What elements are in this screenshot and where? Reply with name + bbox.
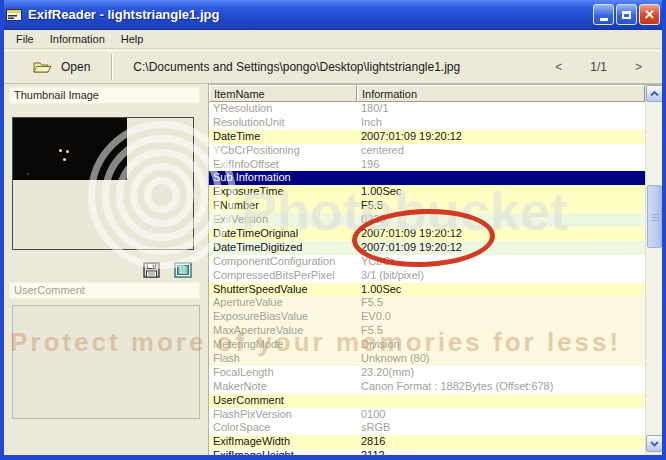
table-row[interactable]: ColorSpace sRGB	[209, 421, 645, 435]
item-name: Sub Information	[209, 171, 357, 185]
minimize-button[interactable]	[593, 4, 614, 25]
item-value: F5.5	[357, 199, 645, 213]
table-row[interactable]: ExifVersion 0220	[209, 213, 645, 227]
title-bar: ExifReader - lightstriangle1.jpg ✕	[0, 0, 666, 30]
header-information[interactable]: Information	[357, 85, 645, 102]
table-row[interactable]: DateTimeDigitized 2007:01:09 19:20:12	[209, 241, 645, 255]
table-row[interactable]: DateTime 2007:01:09 19:20:12	[209, 130, 645, 144]
item-value	[357, 394, 645, 408]
star-dot	[27, 173, 29, 175]
star-dot	[59, 149, 62, 152]
table-row[interactable]: ExifImageWidth 2816	[209, 435, 645, 449]
item-name: FocalLength	[209, 366, 357, 380]
table-row[interactable]: ExposureTime 1.00Sec	[209, 185, 645, 199]
item-name: FNumber	[209, 199, 357, 213]
item-value	[357, 171, 645, 185]
prev-image-button[interactable]: <	[551, 59, 566, 75]
item-name: FlashPixVersion	[209, 408, 357, 422]
table-row[interactable]: FNumber F5.5	[209, 199, 645, 213]
content-area: Thumbnail Image	[4, 84, 662, 455]
item-name: ExifImageWidth	[209, 435, 357, 449]
item-value: F5.5	[357, 296, 645, 310]
item-name: ShutterSpeedValue	[209, 283, 357, 297]
item-name: ExposureBiasValue	[209, 310, 357, 324]
item-value: 1.00Sec	[357, 185, 645, 199]
table-row[interactable]: MakerNote Canon Format : 1882Bytes (Offs…	[209, 380, 645, 394]
item-value: F5.5	[357, 324, 645, 338]
item-value: 0220	[357, 213, 645, 227]
item-value: Inch	[357, 116, 645, 130]
scroll-up-button[interactable]	[646, 85, 663, 102]
table-row[interactable]: ResolutionUnit Inch	[209, 116, 645, 130]
menu-file[interactable]: File	[8, 31, 42, 47]
item-name: Flash	[209, 352, 357, 366]
monitor-icon[interactable]	[174, 262, 192, 278]
menu-information[interactable]: Information	[42, 31, 113, 47]
next-image-button[interactable]: >	[631, 59, 646, 75]
exif-table: ItemName Information YResolution 180/1 R…	[208, 84, 662, 455]
table-row[interactable]: Sub Information	[209, 171, 645, 185]
item-name: MaxApertureValue	[209, 324, 357, 338]
usercomment-box	[12, 305, 200, 419]
item-value: 0100	[357, 408, 645, 422]
item-name: ColorSpace	[209, 421, 357, 435]
table-row[interactable]: ComponentConfiguration YCbCr	[209, 255, 645, 269]
scrollbar-thumb[interactable]	[647, 185, 662, 248]
item-name: ExifVersion	[209, 213, 357, 227]
item-value: Canon Format : 1882Bytes (Offset:678)	[357, 380, 645, 394]
item-value: 2007:01:09 19:20:12	[357, 130, 645, 144]
item-value: Unknown (80)	[357, 352, 645, 366]
item-value: EV0.0	[357, 310, 645, 324]
table-row[interactable]: MeteringMode Division	[209, 338, 645, 352]
table-row[interactable]: MaxApertureValue F5.5	[209, 324, 645, 338]
thumbnail-image	[12, 117, 194, 250]
item-value: 2112	[357, 449, 645, 455]
toolbar: Open C:\Documents and Settings\pongo\Des…	[4, 50, 662, 84]
table-row[interactable]: CompressedBitsPerPixel 3/1 (bit/pixel)	[209, 269, 645, 283]
item-name: UserComment	[209, 394, 357, 408]
minimize-icon	[600, 18, 608, 21]
item-value: 180/1	[357, 102, 645, 116]
item-value: 2007:01:09 19:20:12	[357, 227, 645, 241]
item-name: CompressedBitsPerPixel	[209, 269, 357, 283]
item-name: ExifInfoOffset	[209, 158, 357, 172]
table-row[interactable]: UserComment	[209, 394, 645, 408]
item-value: centered	[357, 144, 645, 158]
table-row[interactable]: YCbCrPositioning centered	[209, 144, 645, 158]
table-row[interactable]: Flash Unknown (80)	[209, 352, 645, 366]
thumbnail-label: Thumbnail Image	[9, 87, 200, 104]
table-row[interactable]: YResolution 180/1	[209, 102, 645, 116]
table-row[interactable]: ExifImageHeight 2112	[209, 449, 645, 455]
exifreader-window: ExifReader - lightstriangle1.jpg ✕ File …	[0, 0, 666, 460]
maximize-button[interactable]	[616, 4, 637, 25]
table-row[interactable]: DateTimeOriginal 2007:01:09 19:20:12	[209, 227, 645, 241]
item-value: 1.00Sec	[357, 283, 645, 297]
chevron-down-icon	[650, 441, 659, 447]
table-row[interactable]: ExposureBiasValue EV0.0	[209, 310, 645, 324]
table-row[interactable]: ShutterSpeedValue 1.00Sec	[209, 283, 645, 297]
item-name: ResolutionUnit	[209, 116, 357, 130]
item-value: sRGB	[357, 421, 645, 435]
app-icon	[6, 7, 22, 23]
open-button[interactable]: Open	[26, 56, 97, 78]
star-dot	[66, 150, 69, 153]
menu-help[interactable]: Help	[113, 31, 152, 47]
star-dot	[63, 158, 66, 161]
header-itemname[interactable]: ItemName	[209, 85, 357, 102]
scroll-down-button[interactable]	[646, 435, 663, 452]
table-row[interactable]: ApertureValue F5.5	[209, 296, 645, 310]
close-button[interactable]: ✕	[639, 4, 660, 25]
item-name: DateTimeDigitized	[209, 241, 357, 255]
floppy-disk-icon[interactable]	[143, 262, 161, 279]
table-row[interactable]: FocalLength 23.20(mm)	[209, 366, 645, 380]
thumbnail-panel: Thumbnail Image	[4, 84, 208, 455]
item-name: MeteringMode	[209, 338, 357, 352]
item-name: ExposureTime	[209, 185, 357, 199]
item-value: 23.20(mm)	[357, 366, 645, 380]
vertical-scrollbar[interactable]	[645, 85, 662, 455]
item-name: YCbCrPositioning	[209, 144, 357, 158]
item-value: 2816	[357, 435, 645, 449]
usercomment-label: UserComment	[9, 282, 200, 299]
table-row[interactable]: ExifInfoOffset 196	[209, 158, 645, 172]
table-row[interactable]: FlashPixVersion 0100	[209, 408, 645, 422]
